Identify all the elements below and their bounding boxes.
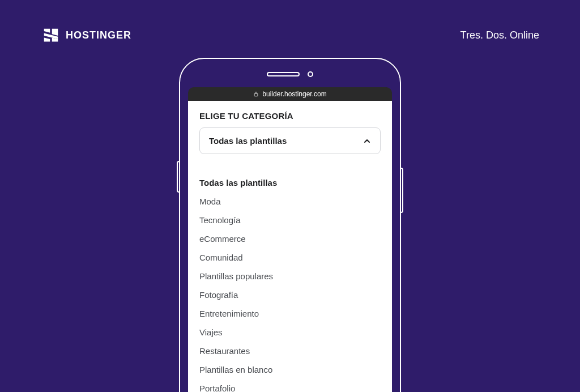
- category-item-fotografia[interactable]: Fotografía: [199, 286, 381, 304]
- phone-volume-button: [177, 161, 179, 193]
- browser-address-bar[interactable]: builder.hostinger.com: [188, 87, 392, 101]
- phone-notch: [180, 59, 400, 77]
- hostinger-logo-icon: [43, 27, 59, 43]
- dropdown-selected-label: Todas las plantillas: [209, 136, 287, 146]
- category-item-tecnologia[interactable]: Tecnología: [199, 211, 381, 229]
- category-item-ecommerce[interactable]: eCommerce: [199, 229, 381, 248]
- app-screen: ELIGE TU CATEGORÍA Todas las plantillas …: [188, 101, 392, 392]
- category-item-viajes[interactable]: Viajes: [199, 323, 381, 342]
- page-header: HOSTINGER Tres. Dos. Online: [0, 0, 580, 43]
- category-item-entretenimiento[interactable]: Entretenimiento: [199, 304, 381, 323]
- svg-rect-0: [254, 93, 258, 96]
- category-heading: ELIGE TU CATEGORÍA: [199, 111, 381, 121]
- brand-name: HOSTINGER: [66, 29, 131, 41]
- phone-power-button: [401, 168, 403, 213]
- category-item-all-templates[interactable]: Todas las plantillas: [199, 173, 381, 192]
- category-item-restaurantes[interactable]: Restaurantes: [199, 342, 381, 360]
- category-item-blanco[interactable]: Plantillas en blanco: [199, 360, 381, 379]
- category-item-populares[interactable]: Plantillas populares: [199, 267, 381, 286]
- phone-frame: builder.hostinger.com ELIGE TU CATEGORÍA…: [179, 58, 401, 392]
- phone-camera: [308, 71, 313, 77]
- phone-speaker: [267, 72, 300, 76]
- lock-icon: [253, 91, 259, 97]
- browser-url: builder.hostinger.com: [262, 90, 326, 98]
- tagline-text: Tres. Dos. Online: [460, 29, 539, 41]
- chevron-up-icon: [363, 137, 371, 145]
- brand-logo[interactable]: HOSTINGER: [43, 27, 131, 43]
- category-item-comunidad[interactable]: Comunidad: [199, 248, 381, 267]
- category-item-moda[interactable]: Moda: [199, 192, 381, 211]
- category-dropdown[interactable]: Todas las plantillas: [199, 127, 381, 154]
- category-item-portafolio[interactable]: Portafolio: [199, 379, 381, 392]
- category-list: Todas las plantillas Moda Tecnología eCo…: [199, 173, 381, 392]
